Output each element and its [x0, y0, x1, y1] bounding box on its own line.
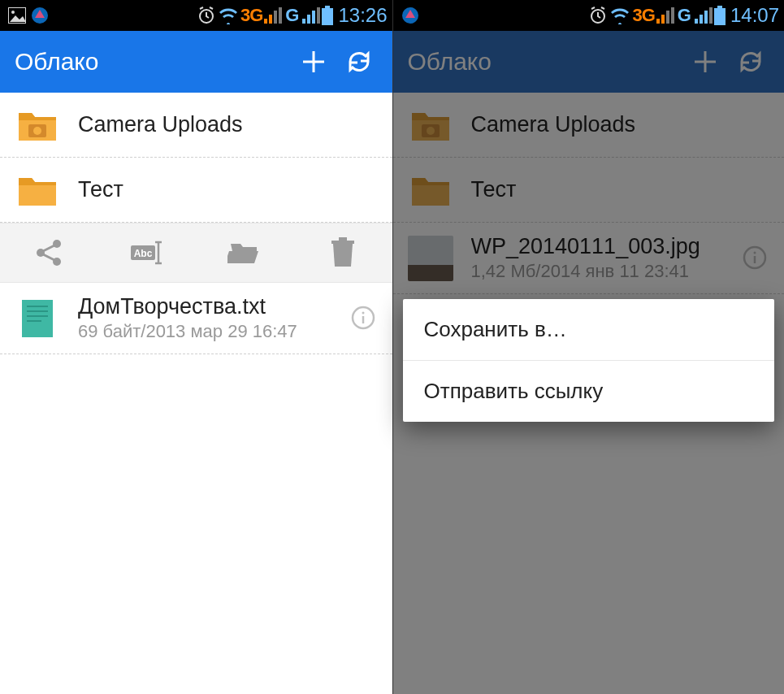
camera-folder-icon: [408, 106, 453, 145]
svg-point-37: [427, 127, 435, 135]
signal-bars-icon: [264, 7, 282, 24]
folder-icon: [15, 171, 60, 210]
refresh-button[interactable]: [732, 43, 769, 80]
svg-rect-8: [302, 19, 305, 24]
menu-send-link[interactable]: Отправить ссылку: [403, 361, 775, 422]
clock-text: 13:26: [335, 4, 387, 27]
folder-label: Camera Uploads: [471, 112, 770, 137]
svg-rect-11: [317, 7, 320, 24]
delete-button[interactable]: [321, 231, 365, 275]
row-subtitle: 69 байт/2013 мар 29 16:47: [78, 321, 350, 342]
network-g-label: G: [284, 5, 301, 26]
folder-row[interactable]: Camera Uploads: [393, 93, 785, 158]
svg-rect-12: [325, 6, 330, 8]
row-title: WP_20140111_003.jpg: [471, 234, 743, 259]
svg-rect-4: [264, 19, 267, 24]
signal-bars-2-icon: [695, 7, 713, 24]
file-row[interactable]: ДомТворчества.txt 69 байт/2013 мар 29 16…: [0, 283, 392, 354]
app-badge-icon: [31, 7, 49, 24]
menu-save-to[interactable]: Сохранить в…: [403, 299, 775, 361]
add-button[interactable]: [295, 43, 332, 80]
row-title: Тест: [471, 177, 770, 202]
signal-bars-icon: [656, 7, 674, 24]
svg-rect-26: [656, 19, 660, 24]
rename-button[interactable]: Abc: [125, 231, 169, 275]
alarm-icon: [588, 6, 608, 25]
svg-point-23: [362, 311, 364, 314]
folder-icon: [408, 171, 453, 210]
share-icon: [33, 237, 64, 268]
row-title: Camera Uploads: [471, 112, 770, 137]
file-label: ДомТворчества.txt 69 байт/2013 мар 29 16…: [78, 294, 350, 342]
image-thumbnail: [408, 236, 453, 281]
row-title: ДомТворчества.txt: [78, 294, 350, 319]
svg-text:Abc: Abc: [134, 248, 153, 259]
clock-text: 14:07: [727, 4, 779, 27]
refresh-button[interactable]: [340, 43, 378, 80]
folder-row[interactable]: Тест: [393, 158, 785, 223]
text-file-icon: [15, 299, 60, 338]
svg-point-39: [754, 251, 756, 254]
svg-rect-32: [704, 11, 708, 24]
phone-right: 3G G 14:07 Облако Camera Uploads: [392, 0, 785, 694]
add-button[interactable]: [687, 43, 724, 80]
file-label: WP_20140111_003.jpg 1,42 Мб/2014 янв 11 …: [471, 234, 743, 282]
svg-rect-30: [695, 19, 698, 24]
camera-folder-icon: [15, 106, 60, 145]
move-button[interactable]: [223, 231, 267, 275]
wifi-icon: [609, 7, 630, 24]
app-badge-icon: [401, 7, 419, 24]
trash-icon: [330, 237, 356, 268]
context-menu: Сохранить в… Отправить ссылку: [403, 299, 775, 422]
svg-rect-31: [700, 15, 703, 24]
folder-row[interactable]: Тест: [0, 158, 392, 223]
info-button[interactable]: [742, 245, 769, 272]
network-3g-label: 3G: [632, 5, 654, 26]
network-3g-label: 3G: [240, 5, 262, 26]
battery-icon: [714, 6, 726, 25]
svg-rect-28: [666, 11, 669, 24]
app-title: Облако: [15, 48, 287, 76]
svg-point-15: [33, 127, 41, 135]
wifi-icon: [218, 7, 239, 24]
info-button[interactable]: [350, 305, 378, 332]
svg-rect-13: [322, 8, 333, 25]
svg-rect-5: [269, 15, 272, 24]
svg-rect-35: [714, 8, 726, 25]
network-g-label: G: [676, 5, 693, 26]
row-subtitle: 1,42 Мб/2014 янв 11 23:41: [471, 261, 743, 282]
folder-row[interactable]: Camera Uploads: [0, 93, 392, 158]
svg-point-1: [11, 11, 15, 14]
svg-rect-33: [709, 7, 713, 24]
battery-icon: [322, 6, 333, 25]
svg-rect-34: [717, 6, 722, 8]
phone-left: 3G G 13:26 Облако Camera Uploads: [0, 0, 392, 694]
svg-rect-21: [22, 300, 53, 337]
app-bar: Облако: [393, 31, 785, 93]
svg-rect-10: [312, 11, 315, 24]
svg-rect-29: [671, 7, 674, 24]
info-icon: [742, 245, 768, 271]
folder-open-icon: [227, 239, 263, 267]
status-bar: 3G G 13:26: [0, 0, 392, 31]
svg-rect-6: [274, 11, 277, 24]
folder-label: Camera Uploads: [78, 112, 378, 137]
svg-rect-7: [279, 7, 282, 24]
share-button[interactable]: [27, 231, 71, 275]
file-list[interactable]: Camera Uploads Тест Abc: [0, 93, 392, 694]
row-title: Camera Uploads: [78, 112, 378, 137]
folder-label: Тест: [471, 177, 770, 202]
refresh-icon: [345, 48, 373, 76]
app-bar: Облако: [0, 31, 392, 93]
action-toolbar: Abc: [0, 223, 392, 283]
picture-icon: [8, 7, 26, 24]
alarm-icon: [197, 6, 216, 25]
rename-icon: Abc: [129, 241, 165, 265]
svg-rect-27: [661, 15, 665, 24]
status-bar: 3G G 14:07: [393, 0, 785, 31]
svg-rect-9: [307, 15, 310, 24]
folder-label: Тест: [78, 177, 378, 202]
row-title: Тест: [78, 177, 378, 202]
plus-icon: [691, 48, 719, 76]
file-row[interactable]: WP_20140111_003.jpg 1,42 Мб/2014 янв 11 …: [393, 223, 785, 294]
